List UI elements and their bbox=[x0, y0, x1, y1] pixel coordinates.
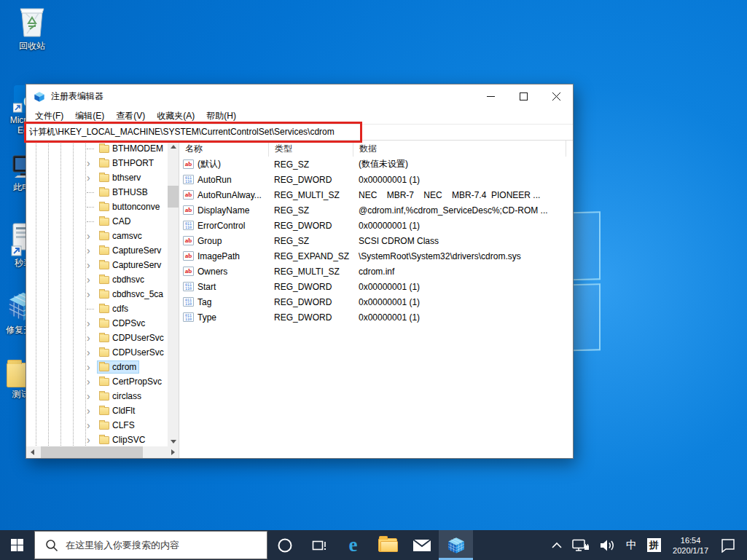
file-explorer-button[interactable] bbox=[370, 530, 404, 560]
start-button[interactable] bbox=[0, 530, 34, 560]
close-button[interactable] bbox=[540, 84, 573, 109]
list-column-headers: 名称 类型 数据 bbox=[179, 141, 573, 157]
registry-value-row-displayname[interactable]: abDisplayNameREG_SZ@cdrom.inf,%cdrom_Ser… bbox=[179, 202, 573, 218]
dword-value-icon: 011110 bbox=[183, 221, 194, 230]
tree-item-label: CaptureServ bbox=[112, 260, 161, 270]
tree-item-camsvc[interactable]: ›camsvc bbox=[26, 229, 168, 243]
expand-chevron-icon[interactable]: › bbox=[87, 289, 98, 299]
registry-value-row-owners[interactable]: abOwnersREG_MULTI_SZcdrom.inf bbox=[179, 264, 573, 279]
expand-chevron-icon[interactable]: › bbox=[87, 406, 98, 416]
taskbar-clock[interactable]: 16:54 2020/1/17 bbox=[666, 535, 715, 556]
registry-value-row-autorun[interactable]: 011110AutoRunREG_DWORD0x00000001 (1) bbox=[179, 172, 573, 187]
volume-button[interactable] bbox=[595, 530, 621, 560]
tree-item-circlass[interactable]: ›circlass bbox=[26, 389, 168, 403]
column-header-data[interactable]: 数据 bbox=[353, 141, 566, 157]
ime-language-indicator[interactable]: 中 bbox=[621, 530, 642, 560]
menu-item-0[interactable]: 文件(F) bbox=[29, 110, 69, 122]
menu-item-2[interactable]: 查看(V) bbox=[110, 110, 151, 122]
horizontal-scroll-thumb[interactable] bbox=[41, 446, 143, 458]
tree-item-cbdhsvc_5ca[interactable]: ›cbdhsvc_5ca bbox=[26, 287, 168, 301]
expand-chevron-icon[interactable]: › bbox=[87, 173, 98, 183]
tree-item-captureserv[interactable]: ›CaptureServ bbox=[26, 258, 168, 272]
ime-mode-indicator[interactable]: 拼 bbox=[642, 530, 666, 560]
expand-chevron-icon[interactable]: › bbox=[87, 435, 98, 445]
tree-horizontal-scrollbar[interactable] bbox=[26, 446, 179, 458]
tree-item-label: CaptureServ bbox=[112, 245, 161, 256]
tree-item-clipsvc[interactable]: ›ClipSVC bbox=[26, 433, 168, 447]
expand-chevron-icon[interactable]: › bbox=[87, 362, 98, 372]
value-data: 0x00000001 (1) bbox=[353, 221, 573, 231]
tree-item-buttonconve[interactable]: buttonconve bbox=[26, 200, 168, 214]
speaker-icon bbox=[600, 539, 616, 552]
scroll-left-button[interactable] bbox=[26, 446, 38, 458]
tray-overflow-button[interactable] bbox=[547, 530, 567, 560]
network-status-button[interactable] bbox=[567, 530, 595, 560]
registry-editor-taskbar-button[interactable] bbox=[439, 530, 473, 560]
registry-value-row-type[interactable]: 011110TypeREG_DWORD0x00000001 (1) bbox=[179, 309, 573, 325]
value-data: 0x00000001 (1) bbox=[353, 312, 573, 323]
tree-item-cdfs[interactable]: cdfs bbox=[26, 301, 168, 316]
scroll-up-button[interactable] bbox=[168, 141, 179, 152]
registry-value-row-start[interactable]: 011110StartREG_DWORD0x00000001 (1) bbox=[179, 279, 573, 294]
tree-item-bthport[interactable]: ›BTHPORT bbox=[26, 156, 168, 170]
scroll-right-button[interactable] bbox=[167, 446, 179, 458]
tree-item-cdpusersvc[interactable]: ›CDPUserSvc bbox=[26, 345, 168, 360]
action-center-button[interactable] bbox=[715, 530, 741, 560]
expand-chevron-icon[interactable]: › bbox=[87, 245, 98, 256]
registry-value-row-tag[interactable]: 011110TagREG_DWORD0x00000001 (1) bbox=[179, 294, 573, 309]
menu-item-3[interactable]: 收藏夹(A) bbox=[151, 110, 200, 122]
task-view-icon bbox=[310, 537, 328, 553]
expand-chevron-icon[interactable]: › bbox=[87, 318, 98, 328]
desktop-icon-recycle-bin[interactable]: 回收站 bbox=[6, 4, 58, 51]
address-bar[interactable]: 计算机\HKEY_LOCAL_MACHINE\SYSTEM\CurrentCon… bbox=[26, 124, 573, 141]
column-header-type[interactable]: 类型 bbox=[268, 141, 353, 157]
expand-chevron-icon[interactable]: › bbox=[87, 333, 98, 343]
edge-taskbar-button[interactable]: e bbox=[336, 530, 370, 560]
tree-item-cldflt[interactable]: ›CldFlt bbox=[26, 403, 168, 418]
registry-path: 计算机\HKEY_LOCAL_MACHINE\SYSTEM\CurrentCon… bbox=[26, 126, 335, 138]
menu-item-4[interactable]: 帮助(H) bbox=[200, 110, 242, 122]
registry-value-row-imagepath[interactable]: abImagePathREG_EXPAND_SZ\SystemRoot\Syst… bbox=[179, 248, 573, 264]
cortana-button[interactable] bbox=[267, 530, 302, 560]
tree-item-label: camsvc bbox=[112, 231, 142, 241]
expand-chevron-icon[interactable]: › bbox=[87, 347, 98, 358]
registry-value-row-[interactable]: ab(默认)REG_SZ(数值未设置) bbox=[179, 157, 573, 172]
tree-item-cbdhsvc[interactable]: ›cbdhsvc bbox=[26, 272, 168, 287]
tree-item-bthmodem[interactable]: BTHMODEM bbox=[26, 141, 168, 156]
expand-chevron-icon[interactable]: › bbox=[87, 376, 98, 387]
registry-key-folder-icon bbox=[99, 378, 109, 386]
tree-item-bthserv[interactable]: ›bthserv bbox=[26, 170, 168, 185]
tree-item-cdpusersvc[interactable]: ›CDPUserSvc bbox=[26, 331, 168, 345]
registry-value-row-errorcontrol[interactable]: 011110ErrorControlREG_DWORD0x00000001 (1… bbox=[179, 218, 573, 233]
expand-chevron-icon[interactable]: › bbox=[87, 391, 98, 401]
task-view-button[interactable] bbox=[302, 530, 336, 560]
expand-chevron-icon[interactable]: › bbox=[87, 260, 98, 270]
search-input[interactable] bbox=[66, 540, 248, 551]
string-value-icon: ab bbox=[183, 190, 194, 200]
taskbar-search-box[interactable] bbox=[34, 531, 267, 559]
tree-item-bthusb[interactable]: BTHUSB bbox=[26, 185, 168, 200]
tree-item-cdpsvc[interactable]: ›CDPSvc bbox=[26, 316, 168, 331]
minimize-button[interactable] bbox=[474, 84, 507, 109]
expand-chevron-icon[interactable]: › bbox=[87, 420, 98, 430]
maximize-button[interactable] bbox=[507, 84, 540, 109]
window-titlebar[interactable]: 注册表编辑器 bbox=[26, 84, 573, 109]
scroll-down-button[interactable] bbox=[168, 435, 179, 447]
menu-item-1[interactable]: 编辑(E) bbox=[69, 110, 110, 122]
tree-vertical-scrollbar[interactable] bbox=[168, 141, 179, 447]
vertical-scroll-thumb[interactable] bbox=[168, 186, 179, 208]
tree-item-certpropsvc[interactable]: ›CertPropSvc bbox=[26, 374, 168, 389]
value-type: REG_DWORD bbox=[268, 297, 353, 307]
tree-item-cdrom[interactable]: ›cdrom bbox=[26, 360, 168, 374]
expand-chevron-icon[interactable]: › bbox=[87, 158, 98, 168]
mail-button[interactable] bbox=[404, 530, 439, 560]
registry-value-row-autorunalway[interactable]: abAutoRunAlway...REG_MULTI_SZNEC MBR-7 N… bbox=[179, 187, 573, 202]
registry-key-folder-icon bbox=[99, 159, 109, 167]
tree-item-captureserv[interactable]: ›CaptureServ bbox=[26, 243, 168, 258]
expand-chevron-icon[interactable]: › bbox=[87, 275, 98, 285]
expand-chevron-icon[interactable]: › bbox=[87, 231, 98, 241]
column-header-name[interactable]: 名称 bbox=[179, 141, 268, 157]
tree-item-cad[interactable]: CAD bbox=[26, 214, 168, 229]
registry-value-row-group[interactable]: abGroupREG_SZSCSI CDROM Class bbox=[179, 233, 573, 248]
tree-item-clfs[interactable]: ›CLFS bbox=[26, 418, 168, 433]
